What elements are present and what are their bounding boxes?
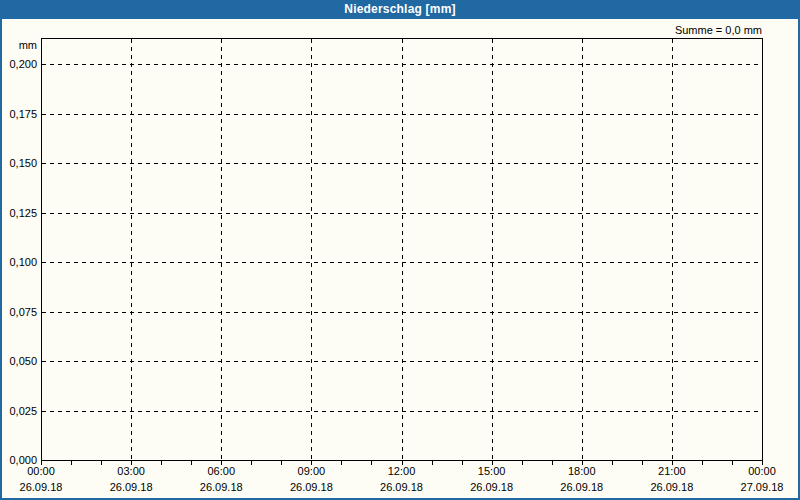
x-minor-tick [612, 461, 613, 465]
x-gridline [672, 39, 673, 460]
y-tick-label: 0,175 [0, 108, 37, 120]
y-tick-label: 0,075 [0, 306, 37, 318]
x-minor-tick [522, 461, 523, 465]
x-tick-date-label: 26.09.18 [460, 481, 524, 493]
x-minor-tick [71, 461, 72, 465]
x-tick-date-label: 26.09.18 [550, 481, 614, 493]
x-tick-time-label: 09:00 [281, 465, 341, 477]
x-tick-time-label: 15:00 [462, 465, 522, 477]
x-tick-date-label: 26.09.18 [370, 481, 434, 493]
y-tick-label: 0,125 [0, 207, 37, 219]
x-minor-tick [702, 461, 703, 465]
x-gridline [131, 39, 132, 460]
x-gridline [221, 39, 222, 460]
x-tick-time-label: 21:00 [642, 465, 702, 477]
x-tick-time-label: 00:00 [732, 465, 792, 477]
x-tick-date-label: 27.09.18 [730, 481, 794, 493]
y-tick-label: 0,050 [0, 355, 37, 367]
y-tick-label: 0,025 [0, 405, 37, 417]
x-tick-date-label: 26.09.18 [189, 481, 253, 493]
x-minor-tick [161, 461, 162, 465]
plot-area [41, 38, 763, 461]
x-gridline [582, 39, 583, 460]
sum-annotation: Summe = 0,0 mm [0, 24, 762, 36]
x-tick-date-label: 26.09.18 [99, 481, 163, 493]
y-tick-label: 0,200 [0, 58, 37, 70]
x-gridline [492, 39, 493, 460]
x-tick-date-label: 26.09.18 [9, 481, 73, 493]
y-tick-label: 0,150 [0, 157, 37, 169]
chart-window: Niederschlag [mm] Summe = 0,0 mm mm 0,00… [0, 0, 800, 500]
x-tick-time-label: 12:00 [372, 465, 432, 477]
x-tick-time-label: 03:00 [101, 465, 161, 477]
y-axis-unit-label: mm [0, 39, 37, 51]
y-tick-label: 0,100 [0, 256, 37, 268]
x-tick-date-label: 26.09.18 [640, 481, 704, 493]
x-tick-time-label: 18:00 [552, 465, 612, 477]
chart-title: Niederschlag [mm] [344, 2, 455, 16]
x-tick-time-label: 00:00 [11, 465, 71, 477]
x-minor-tick [432, 461, 433, 465]
x-tick-date-label: 26.09.18 [279, 481, 343, 493]
x-tick-time-label: 06:00 [191, 465, 251, 477]
x-gridline [402, 39, 403, 460]
chart-title-bar: Niederschlag [mm] [0, 0, 800, 19]
x-gridline [311, 39, 312, 460]
